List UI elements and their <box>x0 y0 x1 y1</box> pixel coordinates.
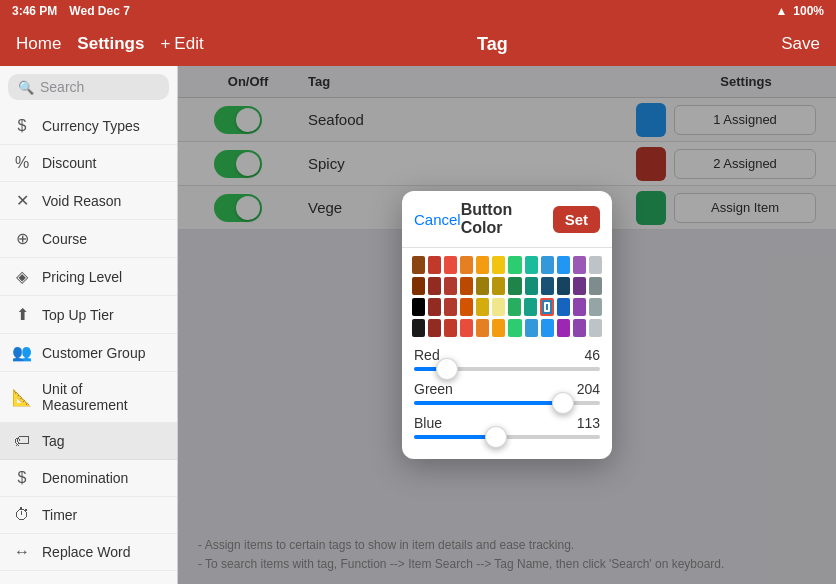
edit-label: Edit <box>174 34 203 54</box>
color-cell[interactable] <box>444 298 457 316</box>
color-cell-selected[interactable] <box>540 298 554 316</box>
blue-slider-thumb[interactable] <box>485 426 507 448</box>
edit-button[interactable]: + Edit <box>160 34 203 54</box>
settings-button[interactable]: Settings <box>77 34 144 54</box>
color-cell[interactable] <box>589 298 602 316</box>
dialog-header: Cancel Button Color Set <box>402 191 612 248</box>
color-cell[interactable] <box>460 256 473 274</box>
sidebar-item-course[interactable]: ⊕ Course <box>0 220 177 258</box>
color-cell[interactable] <box>476 319 489 337</box>
status-bar: 3:46 PM Wed Dec 7 ▲ 100% <box>0 0 836 22</box>
sidebar-item-top-up-tier[interactable]: ⬆ Top Up Tier <box>0 296 177 334</box>
color-cell[interactable] <box>541 319 554 337</box>
color-cell[interactable] <box>492 298 505 316</box>
color-cell[interactable] <box>557 256 570 274</box>
sidebar-item-timer[interactable]: ⏱ Timer <box>0 497 177 534</box>
color-cell[interactable] <box>573 277 586 295</box>
sidebar-item-label: Course <box>42 231 87 247</box>
void-reason-icon: ✕ <box>12 191 32 210</box>
green-value: 204 <box>577 381 600 397</box>
red-slider-thumb[interactable] <box>436 358 458 380</box>
color-cell[interactable] <box>444 277 457 295</box>
color-cell[interactable] <box>573 256 586 274</box>
color-cell[interactable] <box>444 256 457 274</box>
color-cell[interactable] <box>412 298 425 316</box>
blue-slider-labels: Blue 113 <box>414 415 600 431</box>
sidebar-item-button-layout[interactable]: ⊞ Button Layout <box>0 571 177 584</box>
color-cell[interactable] <box>557 298 570 316</box>
status-date: Wed Dec 7 <box>69 4 129 18</box>
color-cell[interactable] <box>573 298 586 316</box>
green-slider-row: Green 204 <box>414 381 600 405</box>
color-cell[interactable] <box>412 277 425 295</box>
sidebar-item-label: Currency Types <box>42 118 140 134</box>
color-cell[interactable] <box>524 298 537 316</box>
color-cell[interactable] <box>589 256 602 274</box>
green-slider-track[interactable] <box>414 401 600 405</box>
color-cell[interactable] <box>508 298 521 316</box>
modal-overlay: Cancel Button Color Set <box>178 66 836 584</box>
sidebar-item-customer-group[interactable]: 👥 Customer Group <box>0 334 177 372</box>
sidebar-item-void-reason[interactable]: ✕ Void Reason <box>0 182 177 220</box>
color-cell[interactable] <box>492 319 505 337</box>
color-cell[interactable] <box>476 277 489 295</box>
blue-slider-fill <box>414 435 496 439</box>
color-cell[interactable] <box>525 256 538 274</box>
color-row-3 <box>412 298 602 316</box>
search-box[interactable]: 🔍 Search <box>8 74 169 100</box>
save-button[interactable]: Save <box>781 34 820 54</box>
sidebar-item-unit-of-measurement[interactable]: 📐 Unit of Measurement <box>0 372 177 423</box>
timer-icon: ⏱ <box>12 506 32 524</box>
color-cell[interactable] <box>525 277 538 295</box>
color-picker-dialog: Cancel Button Color Set <box>402 191 612 459</box>
color-cell[interactable] <box>412 319 425 337</box>
color-cell[interactable] <box>508 277 521 295</box>
color-cell[interactable] <box>589 277 602 295</box>
color-cell[interactable] <box>460 319 473 337</box>
sidebar-item-discount[interactable]: % Discount <box>0 145 177 182</box>
set-button[interactable]: Set <box>553 206 600 233</box>
green-slider-thumb[interactable] <box>552 392 574 414</box>
color-cell[interactable] <box>557 277 570 295</box>
slider-section: Red 46 Green 204 <box>402 341 612 459</box>
color-cell[interactable] <box>557 319 570 337</box>
blue-label: Blue <box>414 415 442 431</box>
cancel-button[interactable]: Cancel <box>414 211 461 228</box>
color-cell[interactable] <box>573 319 586 337</box>
red-value: 46 <box>584 347 600 363</box>
color-cell[interactable] <box>508 256 521 274</box>
color-cell[interactable] <box>460 298 473 316</box>
color-cell[interactable] <box>525 319 538 337</box>
color-cell[interactable] <box>541 277 554 295</box>
color-cell[interactable] <box>412 256 425 274</box>
blue-slider-row: Blue 113 <box>414 415 600 439</box>
home-button[interactable]: Home <box>16 34 61 54</box>
sidebar-item-replace-word[interactable]: ↔ Replace Word <box>0 534 177 571</box>
color-cell[interactable] <box>508 319 521 337</box>
color-cell[interactable] <box>492 277 505 295</box>
sidebar-item-tag[interactable]: 🏷 Tag <box>0 423 177 460</box>
color-cell[interactable] <box>428 319 441 337</box>
sidebar-item-label: Unit of Measurement <box>42 381 165 413</box>
color-row-1 <box>412 256 602 274</box>
sidebar-item-currency-types[interactable]: $ Currency Types <box>0 108 177 145</box>
color-cell[interactable] <box>476 256 489 274</box>
sidebar-item-denomination[interactable]: $ Denomination <box>0 460 177 497</box>
color-cell[interactable] <box>460 277 473 295</box>
color-cell[interactable] <box>428 256 441 274</box>
color-cell[interactable] <box>428 298 441 316</box>
replace-word-icon: ↔ <box>12 543 32 561</box>
plus-icon: + <box>160 34 170 54</box>
color-cell[interactable] <box>444 319 457 337</box>
sidebar-item-label: Discount <box>42 155 96 171</box>
color-cell[interactable] <box>428 277 441 295</box>
color-cell[interactable] <box>492 256 505 274</box>
sidebar-item-pricing-level[interactable]: ◈ Pricing Level <box>0 258 177 296</box>
sidebar-item-label: Timer <box>42 507 77 523</box>
color-cell[interactable] <box>589 319 602 337</box>
color-cell[interactable] <box>476 298 489 316</box>
red-slider-track[interactable] <box>414 367 600 371</box>
dialog-title: Button Color <box>461 201 553 237</box>
blue-slider-track[interactable] <box>414 435 600 439</box>
color-cell[interactable] <box>541 256 554 274</box>
